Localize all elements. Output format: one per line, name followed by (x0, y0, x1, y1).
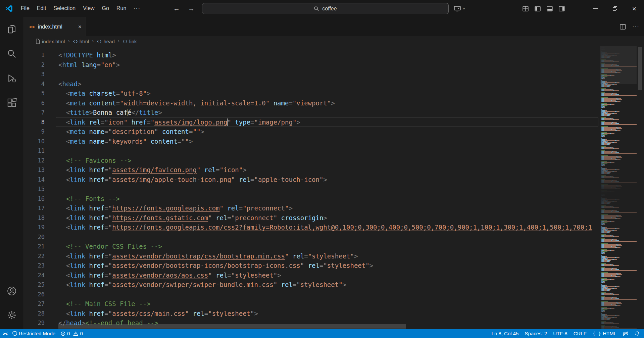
menu-file[interactable]: File (17, 3, 33, 14)
code-line[interactable]: 1<!DOCTYPE html> (24, 50, 600, 60)
line-number[interactable]: 18 (24, 213, 45, 223)
code-line[interactable]: 25 <link href="assets/vendor/swiper/swip… (24, 280, 600, 290)
code-line[interactable]: 18 <link href="https://fonts.gstatic.com… (24, 213, 600, 223)
split-editor-icon[interactable] (620, 23, 626, 30)
code-line[interactable]: 29</head><!--end of head --> (24, 318, 600, 328)
vertical-scrollbar[interactable] (637, 46, 644, 329)
line-number[interactable]: 26 (24, 290, 45, 299)
menu-go[interactable]: Go (98, 3, 113, 14)
screen-share-button[interactable]: ⌄ (454, 3, 466, 14)
code-line[interactable]: 15 (24, 184, 600, 194)
code-line[interactable]: 11 (24, 146, 600, 156)
code-editor[interactable]: 1<!DOCTYPE html>2<html lang="en">34<head… (24, 46, 644, 329)
line-number[interactable]: 1 (24, 50, 45, 60)
menu-overflow-ellipsis[interactable]: ··· (130, 5, 144, 12)
forward-arrow-icon[interactable]: → (188, 5, 195, 12)
minimap[interactable] (600, 46, 637, 329)
tab-index-html[interactable]: <> index.html × (24, 17, 86, 36)
back-arrow-icon[interactable]: ← (173, 5, 180, 12)
code-line[interactable]: 19 <link href="https://fonts.googleapis.… (24, 223, 600, 232)
menu-view[interactable]: View (79, 3, 98, 14)
code-line[interactable]: 6 <meta content="width=device-width, ini… (24, 98, 600, 108)
code-line[interactable]: 23 <link href="assets/vendor/bootstrap-i… (24, 261, 600, 271)
code-line[interactable]: 16 <!-- Fonts --> (24, 194, 600, 204)
language-mode[interactable]: { } HTML (593, 331, 616, 336)
code-line[interactable]: 4<head> (24, 79, 600, 89)
code-lines[interactable]: 1<!DOCTYPE html>2<html lang="en">34<head… (24, 46, 600, 329)
line-number[interactable]: 6 (24, 98, 45, 108)
line-number[interactable]: 14 (24, 175, 45, 185)
notifications-bell-icon[interactable] (635, 331, 640, 336)
line-number[interactable]: 3 (24, 69, 45, 79)
customize-layout-icon[interactable] (522, 5, 529, 12)
tab-close-icon[interactable]: × (78, 23, 82, 30)
code-line[interactable]: 21 <!-- Vendor CSS Files --> (24, 242, 600, 251)
toggle-sidebar-right-icon[interactable] (558, 5, 565, 12)
breadcrumb-item-html[interactable]: html (73, 39, 89, 44)
code-line[interactable]: 2<html lang="en"> (24, 60, 600, 70)
code-line[interactable]: 22 <link href="assets/vendor/bootstrap/c… (24, 251, 600, 261)
problems-indicator[interactable]: 0 0 (61, 331, 83, 336)
vertical-scrollbar-thumb[interactable] (638, 47, 642, 90)
toggle-panel-icon[interactable] (546, 5, 553, 12)
code-line[interactable]: 20 (24, 232, 600, 242)
eol-setting[interactable]: CRLF (574, 331, 587, 336)
run-debug-icon[interactable] (2, 69, 21, 88)
cursor-position[interactable]: Ln 8, Col 45 (492, 331, 519, 336)
search-sidebar-icon[interactable] (2, 44, 21, 63)
restricted-mode-badge[interactable]: Restricted Mode (12, 331, 55, 336)
code-line[interactable]: 17 <link href="https://fonts.googleapis.… (24, 203, 600, 213)
code-line[interactable]: 24 <link href="assets/vendor/aos/aos.css… (24, 271, 600, 280)
extensions-icon[interactable] (2, 93, 21, 112)
search-command-center[interactable]: coffee (202, 3, 449, 14)
line-number[interactable]: 7 (24, 108, 45, 117)
toggle-sidebar-left-icon[interactable] (534, 5, 541, 12)
restore-button[interactable] (605, 0, 625, 17)
line-number[interactable]: 10 (24, 137, 45, 146)
menu-edit[interactable]: Edit (33, 3, 50, 14)
encoding-setting[interactable]: UTF-8 (553, 331, 567, 336)
code-line[interactable]: 14 <link href="assets/img/apple-touch-ic… (24, 175, 600, 185)
minimize-button[interactable] (586, 0, 605, 17)
line-number[interactable]: 8 (24, 117, 45, 127)
code-line[interactable]: 7 <title>Bonna café</title> (24, 108, 600, 117)
line-number[interactable]: 2 (24, 60, 45, 70)
line-number[interactable]: 13 (24, 165, 45, 175)
line-number[interactable]: 16 (24, 194, 45, 204)
line-number[interactable]: 11 (24, 146, 45, 156)
line-number[interactable]: 23 (24, 261, 45, 271)
code-line[interactable]: 10 <meta name="keywords" content=""> (24, 137, 600, 146)
code-line[interactable]: 26 (24, 290, 600, 299)
line-number[interactable]: 17 (24, 203, 45, 213)
code-line[interactable]: 8 <link rel="icon" href="assets/img/logo… (24, 117, 600, 127)
code-line[interactable]: 3 (24, 69, 600, 79)
line-number[interactable]: 5 (24, 89, 45, 98)
menu-run[interactable]: Run (113, 3, 130, 14)
line-number[interactable]: 19 (24, 223, 45, 232)
remote-indicator-icon[interactable]: >< (3, 331, 7, 336)
line-number[interactable]: 15 (24, 184, 45, 194)
line-number[interactable]: 29 (24, 318, 45, 328)
explorer-icon[interactable] (2, 20, 21, 39)
code-line[interactable]: 5 <meta charset="utf-8"> (24, 89, 600, 98)
line-number[interactable]: 21 (24, 242, 45, 251)
breadcrumb-item-file[interactable]: index.html (35, 39, 65, 44)
breadcrumb-item-head[interactable]: head (97, 39, 114, 44)
account-icon[interactable] (2, 282, 21, 300)
line-number[interactable]: 4 (24, 79, 45, 89)
breadcrumb-item-link[interactable]: link (122, 39, 137, 44)
line-number[interactable]: 27 (24, 299, 45, 309)
code-line[interactable]: 9 <meta name="description" content=""> (24, 127, 600, 137)
line-number[interactable]: 20 (24, 232, 45, 242)
line-number[interactable]: 25 (24, 280, 45, 290)
code-line[interactable]: 12 <!-- Favicons --> (24, 156, 600, 165)
code-line[interactable]: 27 <!-- Main CSS File --> (24, 299, 600, 309)
line-number[interactable]: 12 (24, 156, 45, 165)
menu-selection[interactable]: Selection (50, 3, 79, 14)
copilot-disabled-icon[interactable] (623, 331, 629, 336)
code-line[interactable]: 13 <link href="assets/img/favicon.png" r… (24, 165, 600, 175)
close-button[interactable]: × (625, 0, 644, 17)
more-actions-icon[interactable]: ··· (632, 23, 639, 30)
code-line[interactable]: 28 <link href="assets/css/main.css" rel=… (24, 309, 600, 319)
settings-gear-icon[interactable] (2, 306, 21, 325)
